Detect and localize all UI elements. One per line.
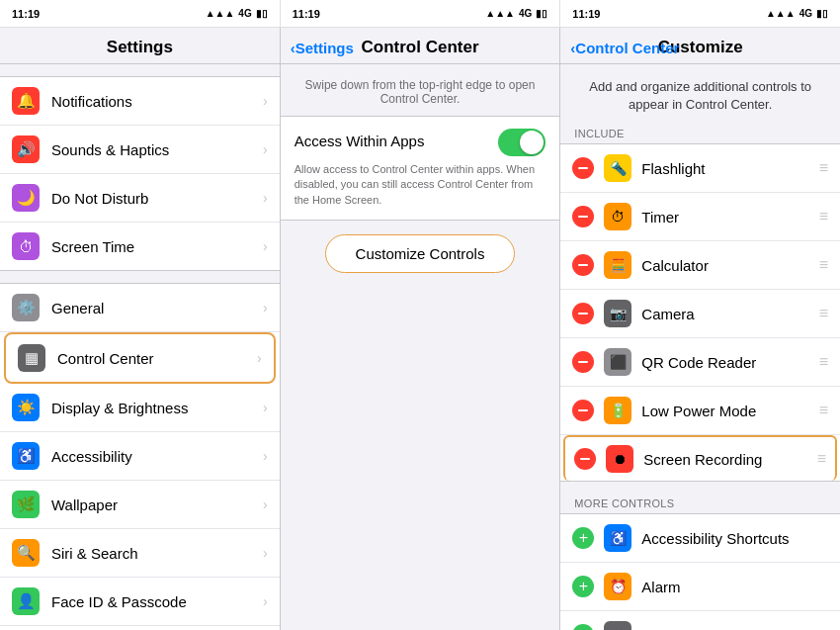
camera-icon: 📷 — [604, 300, 631, 327]
drag-handle-icon[interactable]: ≡ — [819, 353, 828, 371]
add-accessibility-shortcuts-button[interactable] — [572, 527, 594, 549]
control-flashlight[interactable]: 🔦 Flashlight ≡ — [560, 144, 840, 193]
drag-handle-icon[interactable]: ≡ — [819, 402, 828, 419]
face-id-label: Face ID & Passcode — [51, 593, 259, 610]
access-within-apps-row: Access Within Apps Allow access to Contr… — [281, 116, 560, 221]
timer-label: Timer — [641, 209, 812, 225]
back-to-settings[interactable]: ‹ Settings — [291, 40, 354, 56]
sidebar-item-control-center[interactable]: ▦ Control Center › — [4, 332, 276, 384]
remove-qr-button[interactable] — [572, 351, 594, 373]
toggle-knob — [520, 131, 544, 154]
sidebar-item-general[interactable]: ⚙️ General › — [0, 284, 280, 332]
chevron-icon: › — [257, 350, 262, 366]
customize-btn-container: Customize Controls › — [281, 234, 560, 273]
apple-tv-remote-icon: 📺 — [604, 621, 631, 630]
general-label: General — [51, 300, 259, 316]
drag-handle-icon[interactable]: ≡ — [819, 159, 828, 177]
settings-group-1: 🔔 Notifications › 🔊 Sounds & Haptics › 🌙… — [0, 76, 280, 271]
network-2: 4G — [519, 8, 532, 19]
access-desc: Allow access to Control Center within ap… — [294, 162, 546, 208]
drag-handle-icon[interactable]: ≡ — [819, 208, 828, 225]
signal-3: ▲▲▲ — [766, 8, 796, 19]
settings-group-2: ⚙️ General › ▦ Control Center › ☀️ Displ… — [0, 283, 280, 630]
sidebar-item-sounds[interactable]: 🔊 Sounds & Haptics › — [0, 126, 280, 174]
screen-recording-icon: ⏺ — [606, 445, 633, 473]
chevron-icon: › — [263, 93, 268, 109]
remove-calculator-button[interactable] — [572, 254, 594, 276]
control-qr[interactable]: ⬛ QR Code Reader ≡ — [560, 338, 840, 387]
status-icons-2: ▲▲▲ 4G ▮▯ — [485, 8, 547, 19]
general-icon: ⚙️ — [12, 294, 40, 321]
add-alarm-button[interactable] — [572, 576, 594, 597]
settings-panel: Settings 🔔 Notifications › 🔊 Sounds & Ha… — [0, 28, 281, 630]
sidebar-item-face-id[interactable]: 👤 Face ID & Passcode › — [0, 578, 280, 626]
control-center-title: Control Center — [362, 38, 479, 57]
camera-label: Camera — [641, 306, 812, 322]
sidebar-item-dnd[interactable]: 🌙 Do Not Disturb › — [0, 174, 280, 223]
remove-low-power-button[interactable] — [572, 400, 594, 421]
remove-screen-recording-button[interactable] — [574, 448, 596, 470]
chevron-icon: › — [263, 593, 268, 609]
battery-3: ▮▯ — [816, 8, 828, 19]
control-low-power[interactable]: 🔋 Low Power Mode ≡ — [560, 387, 840, 435]
control-accessibility-shortcuts[interactable]: ♿ Accessibility Shortcuts — [560, 514, 840, 563]
drag-handle-icon[interactable]: ≡ — [819, 256, 828, 274]
access-toggle[interactable] — [498, 129, 546, 156]
chevron-icon: › — [263, 448, 268, 464]
dnd-icon: 🌙 — [12, 184, 40, 212]
customize-controls-button[interactable]: Customize Controls — [325, 234, 516, 273]
add-apple-tv-remote-button[interactable] — [572, 624, 594, 630]
accessibility-shortcuts-icon: ♿ — [604, 524, 631, 552]
chevron-icon: › — [263, 190, 268, 206]
network-1: 4G — [238, 8, 251, 19]
control-timer[interactable]: ⏱ Timer ≡ — [560, 193, 840, 241]
remove-flashlight-button[interactable] — [572, 157, 594, 179]
remove-camera-button[interactable] — [572, 303, 594, 324]
sidebar-item-siri[interactable]: 🔍 Siri & Search › — [0, 529, 280, 578]
control-screen-recording[interactable]: ⏺ Screen Recording ≡ — [563, 435, 837, 481]
chevron-icon: › — [263, 496, 268, 512]
status-bar-3: 11:19 ▲▲▲ 4G ▮▯ — [559, 0, 840, 28]
face-id-icon: 👤 — [12, 587, 40, 615]
signal-2: ▲▲▲ — [485, 8, 515, 19]
control-camera[interactable]: 📷 Camera ≡ — [560, 290, 840, 338]
drag-handle-icon[interactable]: ≡ — [817, 450, 826, 468]
remove-timer-button[interactable] — [572, 206, 594, 227]
calculator-icon: 🧮 — [604, 251, 631, 279]
drag-handle-icon[interactable]: ≡ — [819, 305, 828, 322]
battery-1: ▮▯ — [256, 8, 268, 19]
flashlight-icon: 🔦 — [604, 154, 631, 182]
accessibility-icon: ♿ — [12, 442, 40, 470]
control-apple-tv-remote[interactable]: 📺 Apple TV Remote — [560, 611, 840, 630]
sidebar-item-wallpaper[interactable]: 🌿 Wallpaper › — [0, 481, 280, 529]
time-2: 11:19 — [293, 8, 320, 20]
flashlight-label: Flashlight — [641, 160, 812, 177]
sidebar-item-screen-time[interactable]: ⏱ Screen Time › — [0, 223, 280, 270]
chevron-icon: › — [263, 238, 268, 254]
sidebar-item-display[interactable]: ☀️ Display & Brightness › — [0, 384, 280, 432]
timer-icon: ⏱ — [604, 203, 631, 230]
network-3: 4G — [799, 8, 812, 19]
dnd-label: Do Not Disturb — [51, 190, 259, 207]
sidebar-item-notifications[interactable]: 🔔 Notifications › — [0, 77, 280, 126]
sidebar-item-accessibility[interactable]: ♿ Accessibility › — [0, 432, 280, 481]
control-center-panel: ‹ Settings Control Center Swipe down fro… — [281, 28, 561, 630]
control-alarm[interactable]: ⏰ Alarm — [560, 563, 840, 611]
chevron-icon: › — [263, 545, 268, 561]
calculator-label: Calculator — [641, 257, 812, 274]
more-controls-list: ♿ Accessibility Shortcuts ⏰ Alarm 📺 Appl… — [560, 513, 840, 630]
sidebar-item-emergency[interactable]: SOS Emergency SOS › — [0, 626, 280, 630]
customize-panel: ‹ Control Center Customize Add and organ… — [560, 28, 840, 630]
sounds-icon: 🔊 — [12, 135, 40, 163]
customize-desc: Add and organize additional controls to … — [560, 64, 840, 124]
accessibility-shortcuts-label: Accessibility Shortcuts — [641, 530, 828, 547]
screen-time-icon: ⏱ — [12, 232, 40, 260]
back-to-control-center[interactable]: ‹ Control Center — [570, 40, 679, 56]
chevron-icon: › — [263, 400, 268, 415]
status-icons-1: ▲▲▲ 4G ▮▯ — [206, 8, 268, 19]
access-title: Access Within Apps — [294, 133, 425, 149]
signal-1: ▲▲▲ — [206, 8, 235, 19]
back-label: Control Center — [575, 40, 679, 56]
control-calculator[interactable]: 🧮 Calculator ≡ — [560, 241, 840, 290]
battery-2: ▮▯ — [536, 8, 547, 19]
